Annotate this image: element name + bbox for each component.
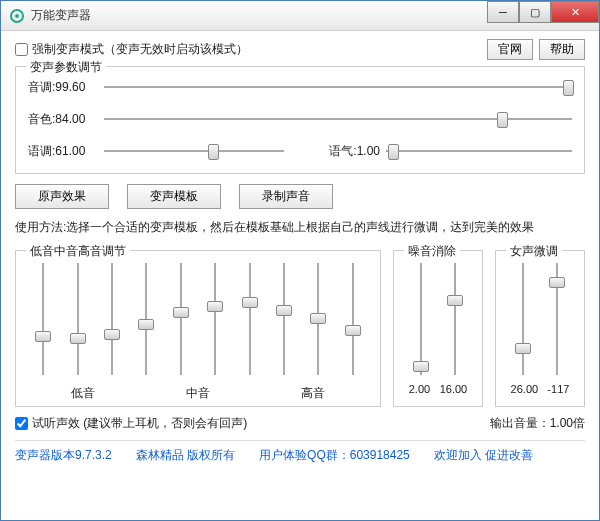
svg-point-1	[15, 14, 19, 18]
noise-slider-1[interactable]	[445, 259, 465, 379]
template-button[interactable]: 变声模板	[127, 184, 221, 209]
preview-checkbox[interactable]	[15, 417, 28, 430]
eq-title: 低音中音高音调节	[26, 243, 130, 260]
eq-slider-8[interactable]	[308, 259, 328, 379]
eq-slider-1[interactable]	[68, 259, 88, 379]
female-slider-0[interactable]	[513, 259, 533, 379]
qq-link[interactable]: 603918425	[350, 448, 410, 462]
copyright-text: 森林精品 版权所有	[136, 447, 235, 464]
tone-slider[interactable]	[104, 141, 284, 161]
eq-slider-5[interactable]	[205, 259, 225, 379]
female-slider-1[interactable]	[547, 259, 567, 379]
eq-slider-6[interactable]	[240, 259, 260, 379]
timbre-slider[interactable]	[104, 109, 572, 129]
noise-group: 噪音消除 2.00 16.00	[393, 250, 483, 407]
eq-slider-2[interactable]	[102, 259, 122, 379]
noise-val-0: 2.00	[409, 383, 430, 395]
mood-label: 语气:1.00	[320, 143, 380, 160]
eq-mid-label: 中音	[186, 385, 210, 402]
join-link[interactable]: 欢迎加入 促进改善	[434, 447, 533, 464]
preview-label: 试听声效 (建议带上耳机，否则会有回声)	[32, 415, 247, 432]
noise-val-1: 16.00	[440, 383, 468, 395]
qq-group: 用户体验QQ群：603918425	[259, 447, 410, 464]
eq-slider-0[interactable]	[33, 259, 53, 379]
female-title: 女声微调	[506, 243, 562, 260]
preview-row[interactable]: 试听声效 (建议带上耳机，否则会有回声)	[15, 415, 247, 432]
timbre-label: 音色:84.00	[28, 111, 98, 128]
record-button[interactable]: 录制声音	[239, 184, 333, 209]
mood-slider[interactable]	[386, 141, 572, 161]
original-sound-button[interactable]: 原声效果	[15, 184, 109, 209]
official-site-button[interactable]: 官网	[487, 39, 533, 60]
eq-group: 低音中音高音调节 低音 中音 高音	[15, 250, 381, 407]
eq-slider-3[interactable]	[136, 259, 156, 379]
tone-label: 语调:61.00	[28, 143, 98, 160]
help-button[interactable]: 帮助	[539, 39, 585, 60]
status-bar: 变声器版本9.7.3.2 森林精品 版权所有 用户体验QQ群：603918425…	[15, 440, 585, 464]
app-icon	[9, 8, 25, 24]
eq-slider-9[interactable]	[343, 259, 363, 379]
close-button[interactable]: ✕	[551, 1, 599, 23]
pitch-label: 音调:99.60	[28, 79, 98, 96]
eq-low-label: 低音	[71, 385, 95, 402]
force-mode-row[interactable]: 强制变声模式（变声无效时启动该模式）	[15, 41, 248, 58]
params-group-title: 变声参数调节	[26, 59, 106, 76]
eq-slider-7[interactable]	[274, 259, 294, 379]
noise-slider-0[interactable]	[411, 259, 431, 379]
version-link[interactable]: 变声器版本9.7.3.2	[15, 447, 112, 464]
titlebar: 万能变声器 ─ ▢ ✕	[1, 1, 599, 31]
maximize-button[interactable]: ▢	[519, 1, 551, 23]
female-val-0: 26.00	[511, 383, 539, 395]
force-mode-checkbox[interactable]	[15, 43, 28, 56]
pitch-slider[interactable]	[104, 77, 572, 97]
usage-text: 使用方法:选择一个合适的变声模板，然后在模板基础上根据自己的声线进行微调，达到完…	[15, 219, 585, 236]
female-val-1: -117	[547, 383, 569, 395]
params-group: 变声参数调节 音调:99.60 音色:84.00 语调:61.00 语气:1.0…	[15, 66, 585, 174]
noise-title: 噪音消除	[404, 243, 460, 260]
female-group: 女声微调 26.00 -117	[495, 250, 585, 407]
output-volume: 输出音量：1.00倍	[490, 415, 585, 432]
minimize-button[interactable]: ─	[487, 1, 519, 23]
eq-slider-4[interactable]	[171, 259, 191, 379]
eq-high-label: 高音	[301, 385, 325, 402]
force-mode-label: 强制变声模式（变声无效时启动该模式）	[32, 41, 248, 58]
window-title: 万能变声器	[31, 7, 91, 24]
